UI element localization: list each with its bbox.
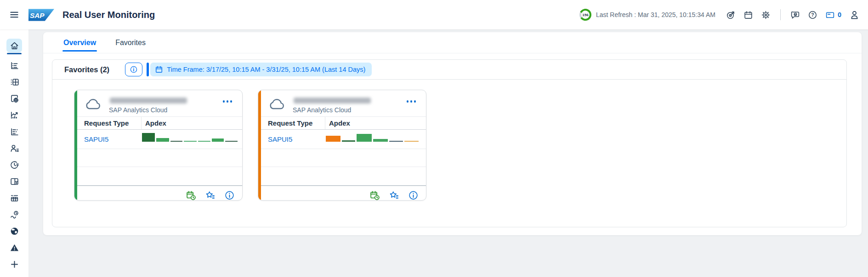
favorites-info-button[interactable] [125, 63, 142, 76]
card-overflow-menu[interactable] [403, 96, 420, 107]
card-overflow-menu[interactable] [219, 96, 236, 107]
menu-icon[interactable] [7, 8, 21, 22]
header-divider [780, 9, 781, 20]
tab-overview[interactable]: Overview [63, 32, 96, 53]
page-title: Real User Monitoring [62, 10, 155, 20]
column-request-type: Request Type [258, 119, 325, 127]
card-table-header: Request Type Apdex [74, 116, 242, 130]
help-glyph: ? [811, 12, 814, 17]
target-settings-icon[interactable] [726, 10, 736, 20]
tab-strip: Overview Favorites [43, 32, 862, 53]
sidebar-item-alerts[interactable] [6, 241, 22, 254]
info-icon[interactable] [408, 190, 419, 201]
refresh-countdown-ring[interactable]: 156 [579, 9, 591, 21]
sidebar-item-statistics-list[interactable] [6, 125, 22, 138]
table-empty-row [258, 167, 426, 185]
apdex-bar [389, 141, 403, 142]
apdex-bar [326, 136, 340, 142]
time-frame-accent-bar [147, 63, 149, 76]
favorites-header: Favorites (2) Time Frame: 3/17/25, 10:15… [52, 60, 846, 80]
refresh-countdown-value: 156 [581, 11, 590, 19]
favorite-card: SAP Analytics Cloud Request Type Apdex S… [74, 90, 243, 201]
sidebar-item-home[interactable] [6, 39, 22, 52]
card-title-redacted [294, 98, 371, 104]
settings-gear-icon[interactable] [761, 10, 771, 20]
appointment-icon[interactable] [186, 190, 196, 201]
trend-analysis-icon [10, 110, 19, 120]
apdex-bar [170, 141, 182, 142]
sidebar-item-trend-analysis[interactable] [6, 108, 22, 122]
info-icon [130, 65, 138, 74]
request-type-link[interactable]: SAPUI5 [74, 135, 141, 143]
table-empty-row [74, 167, 242, 185]
rated-star-icon[interactable] [389, 190, 399, 201]
user-details-icon [10, 144, 19, 153]
sidebar-item-data-table[interactable] [6, 191, 22, 205]
card-subtitle: SAP Analytics Cloud [109, 106, 187, 114]
sap-logo: SAP [28, 9, 54, 21]
card-status-accent [74, 90, 77, 200]
card-subtitle: SAP Analytics Cloud [293, 106, 371, 114]
table-row: SAPUI5 [258, 130, 426, 149]
sidebar-item-response-wave[interactable] [6, 208, 22, 221]
favorites-cards-row: SAP Analytics Cloud Request Type Apdex S… [52, 80, 846, 201]
apdex-bar [225, 141, 238, 142]
sidebar-rail [0, 29, 29, 277]
sidebar-item-dashboard-layout[interactable] [6, 174, 22, 188]
apdex-bar [212, 138, 224, 142]
info-icon[interactable] [224, 190, 235, 201]
chart-list-icon [10, 61, 19, 70]
web-globe-icon [10, 94, 19, 104]
response-wave-icon [10, 210, 19, 219]
apdex-mini-chart [325, 134, 426, 145]
help-icon[interactable]: ? [808, 10, 817, 20]
card-footer [258, 185, 426, 201]
world-map-icon [10, 226, 19, 236]
apdex-bar [142, 133, 155, 142]
statistics-list-icon [10, 127, 19, 137]
tab-favorites[interactable]: Favorites [115, 32, 146, 53]
appointment-icon[interactable] [369, 190, 380, 201]
notifications-banner-icon [825, 10, 835, 20]
apdex-bar [156, 138, 169, 142]
card-footer [74, 185, 242, 201]
sidebar-item-user-details[interactable] [6, 141, 22, 155]
card-header: SAP Analytics Cloud [74, 90, 242, 116]
profile-icon[interactable] [849, 10, 860, 20]
time-frame-control[interactable]: Time Frame: 3/17/25, 10:15 AM - 3/31/25,… [147, 63, 372, 76]
column-apdex: Apdex [141, 117, 242, 129]
sidebar-item-world-map[interactable] [6, 224, 22, 238]
sidebar-item-chart-list[interactable] [6, 58, 22, 72]
card-status-accent [258, 90, 261, 200]
sidebar-item-grid-table[interactable] [6, 75, 22, 89]
last-refresh-label: Last Refresh : Mar 31, 2025, 10:15:34 AM [596, 11, 715, 18]
calendar-icon[interactable] [743, 10, 753, 20]
notifications-count: 0 [838, 11, 841, 18]
time-frame-pill[interactable]: Time Frame: 3/17/25, 10:15 AM - 3/31/25,… [150, 63, 372, 76]
apdex-bar [404, 141, 419, 142]
rated-star-icon[interactable] [205, 190, 216, 201]
home-icon [10, 41, 19, 51]
sidebar-item-time-distribution[interactable] [6, 158, 22, 172]
favorites-section: Favorites (2) Time Frame: 3/17/25, 10:15… [52, 59, 847, 227]
grid-table-icon [10, 77, 19, 87]
apdex-bar [198, 141, 210, 142]
sap-logo-text: SAP [30, 11, 45, 19]
content-panel: Overview Favorites Favorites (2) [43, 32, 862, 235]
table-empty-row [74, 149, 242, 167]
calendar-icon [155, 65, 163, 74]
table-row: SAPUI5 [74, 130, 242, 149]
column-apdex: Apdex [325, 117, 426, 129]
request-type-link[interactable]: SAPUI5 [258, 135, 325, 143]
sidebar-item-web-globe[interactable] [6, 92, 22, 105]
notifications-button[interactable]: 0 [825, 10, 841, 20]
feedback-chat-icon[interactable] [790, 10, 800, 20]
apdex-bar [373, 139, 388, 142]
card-header: SAP Analytics Cloud [258, 90, 426, 116]
plus-icon [10, 260, 19, 269]
sidebar-item-add[interactable] [6, 257, 22, 271]
cloud-icon [268, 98, 286, 111]
cloud-icon [84, 98, 102, 111]
time-distribution-icon [10, 160, 19, 170]
table-empty-row [258, 149, 426, 167]
